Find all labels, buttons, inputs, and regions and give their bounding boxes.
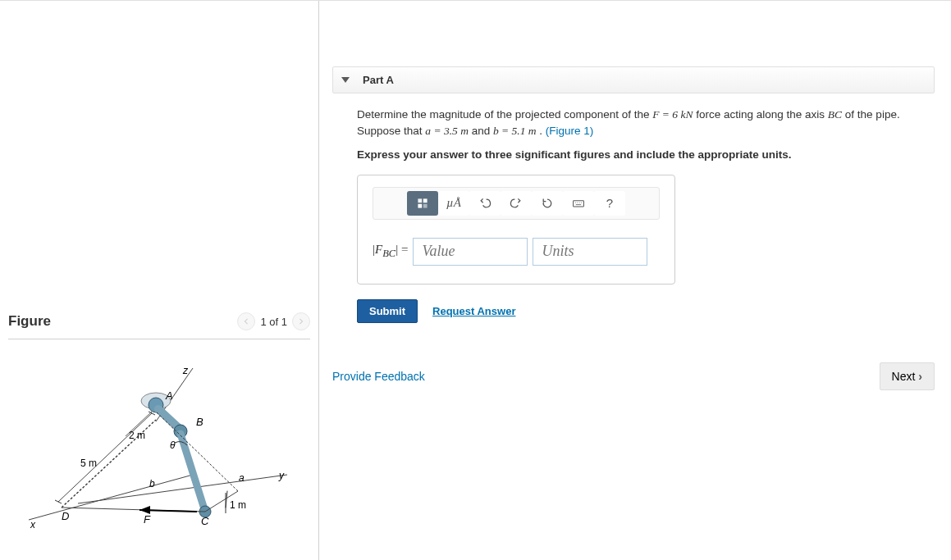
next-button[interactable]: Next › [880, 362, 935, 390]
label-B: B [196, 416, 203, 428]
undo-icon[interactable] [469, 191, 501, 216]
figure-prev-button[interactable] [237, 312, 255, 330]
units-tool[interactable]: µÅ [438, 191, 469, 216]
value-input[interactable] [413, 238, 528, 266]
footer-row: Provide Feedback Next › [332, 362, 935, 390]
next-label: Next [892, 370, 916, 383]
label-A: A [165, 389, 173, 402]
provide-feedback-link[interactable]: Provide Feedback [332, 370, 425, 383]
label-F: F [144, 513, 151, 526]
svg-rect-25 [574, 200, 584, 206]
figure-pager: 1 of 1 [237, 312, 310, 330]
dim-1m: 1 m [230, 499, 246, 511]
svg-rect-24 [423, 203, 427, 207]
figure-link[interactable]: (Figure 1) [546, 125, 594, 137]
request-answer-link[interactable]: Request Answer [432, 305, 515, 317]
axis-z: z [182, 365, 189, 376]
submit-row: Submit Request Answer [357, 299, 935, 323]
label-b: b [149, 478, 155, 489]
equation-toolbar: µÅ ? [373, 187, 660, 220]
dim-5m: 5 m [80, 458, 97, 469]
svg-line-7 [181, 434, 205, 512]
svg-line-16 [58, 413, 152, 502]
figure-diagram: z y x [12, 364, 291, 553]
figure-canvas: z y x [8, 339, 310, 560]
part-header[interactable]: Part A [332, 66, 935, 93]
figure-next-button[interactable] [292, 312, 310, 330]
keyboard-icon[interactable] [563, 191, 594, 216]
answer-lhs: |FBC| = [373, 243, 408, 260]
label-D: D [62, 510, 69, 522]
redo-icon[interactable] [501, 191, 532, 216]
axis-x: x [30, 519, 36, 530]
units-input[interactable] [533, 238, 647, 266]
part-title: Part A [363, 74, 394, 86]
svg-rect-21 [418, 198, 422, 203]
dim-2m: 2 m [129, 430, 145, 441]
figure-page-label: 1 of 1 [260, 316, 287, 328]
problem-prompt: Determine the magnitude of the projected… [357, 107, 923, 163]
template-tool-icon[interactable] [407, 191, 438, 216]
svg-line-2 [29, 475, 193, 520]
label-a: a [239, 472, 245, 484]
svg-rect-23 [418, 203, 422, 207]
reset-icon[interactable] [532, 191, 563, 216]
svg-rect-22 [423, 198, 427, 203]
answer-instruction: Express your answer to three significant… [357, 147, 923, 163]
answer-box: µÅ ? |FBC| = [357, 175, 675, 285]
figure-header: Figure 1 of 1 [8, 312, 310, 339]
svg-line-1 [78, 475, 287, 503]
submit-button[interactable]: Submit [357, 299, 418, 323]
svg-line-17 [55, 500, 62, 503]
help-icon[interactable]: ? [594, 191, 625, 216]
figure-title: Figure [8, 313, 51, 330]
label-C: C [201, 515, 209, 527]
label-theta: θ [170, 439, 176, 451]
answer-input-row: |FBC| = [373, 238, 660, 266]
collapse-icon [341, 77, 350, 83]
chevron-right-icon: › [918, 370, 922, 383]
axis-y: y [278, 470, 285, 481]
